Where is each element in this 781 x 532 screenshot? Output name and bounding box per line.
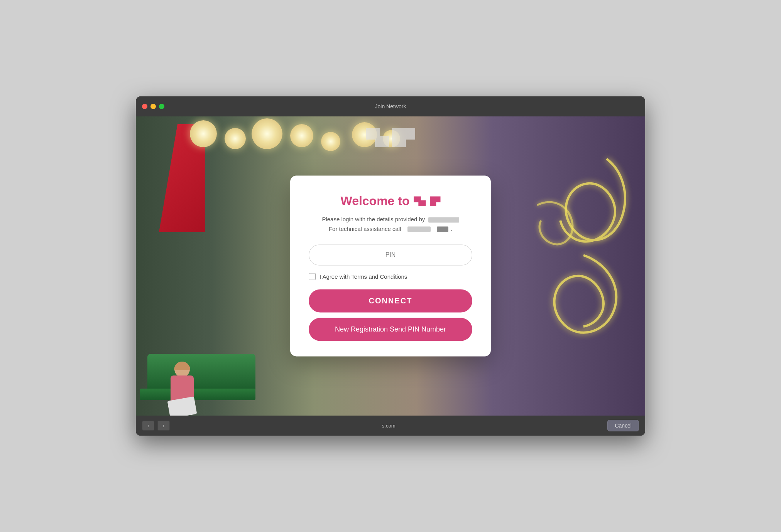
light-bulb-2 (225, 128, 246, 149)
terms-checkbox[interactable] (309, 273, 316, 280)
welcome-heading: Welcome to (309, 194, 472, 208)
light-bulb-5 (321, 132, 340, 151)
maximize-button[interactable] (159, 104, 164, 109)
light-bulb-4 (290, 124, 313, 147)
nav-buttons: ‹ › (142, 421, 170, 431)
light-bulb-3 (252, 118, 282, 149)
back-button[interactable]: ‹ (142, 421, 154, 431)
light-bulb-1 (190, 120, 217, 147)
bottom-bar: ‹ › s.com Cancel (136, 416, 645, 436)
window-title: Join Network (375, 103, 406, 109)
brand-icon-1 (414, 196, 426, 206)
url-display: s.com (382, 423, 396, 429)
terms-label[interactable]: I Agree with Terms and Conditions (320, 273, 407, 280)
app-window: Join Network (136, 96, 645, 436)
connect-button[interactable]: CONNECT (309, 290, 472, 313)
couch-base (140, 389, 255, 400)
content-area: Welcome to Please login with the details… (136, 116, 645, 416)
welcome-text: Welcome to (341, 194, 410, 208)
title-bar: Join Network (136, 96, 645, 116)
background-logo (366, 128, 415, 147)
cancel-button[interactable]: Cancel (607, 420, 639, 431)
minimize-button[interactable] (150, 104, 156, 109)
phone-redacted-1 (407, 226, 431, 232)
phone-redacted-2 (437, 226, 448, 232)
register-button[interactable]: New Registration Send PIN Number (309, 318, 472, 341)
subtitle-redacted (428, 217, 459, 223)
tech-support-text: For technical assistance call . (309, 226, 472, 232)
terms-row: I Agree with Terms and Conditions (309, 273, 472, 280)
close-button[interactable] (142, 104, 147, 109)
couch (147, 354, 255, 392)
forward-button[interactable]: › (157, 421, 170, 431)
brand-icon-2 (430, 196, 441, 206)
subtitle-text: Please login with the details provided b… (309, 216, 472, 222)
login-modal: Welcome to Please login with the details… (290, 175, 491, 356)
pin-input[interactable] (309, 245, 472, 266)
window-controls (142, 104, 164, 109)
